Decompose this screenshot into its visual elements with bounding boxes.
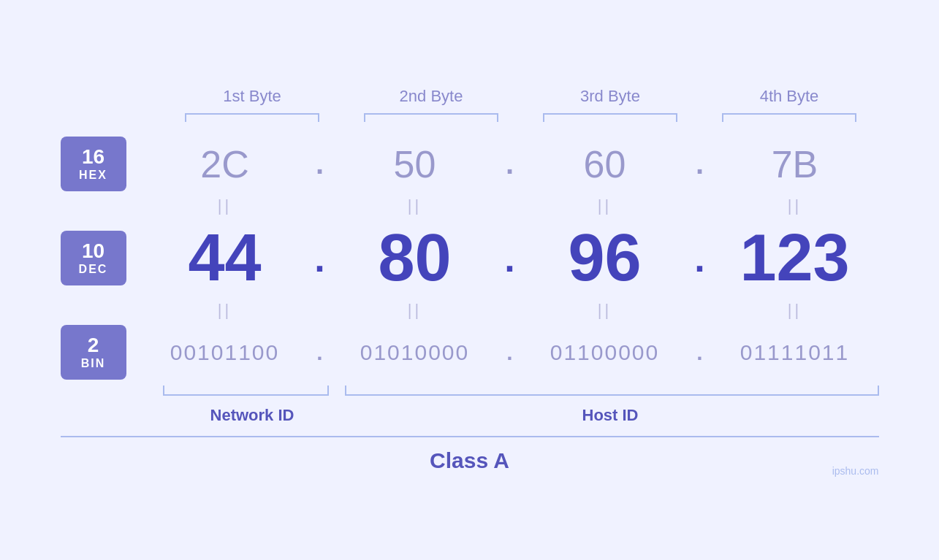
bin-values: 00101100 . 01010000 . 01100000 . 0111101… bbox=[141, 340, 879, 365]
dec-badge: 10 DEC bbox=[61, 231, 126, 285]
bracket-cell-1 bbox=[163, 113, 342, 122]
bin-b3: 01100000 bbox=[521, 340, 689, 365]
class-section: Class A bbox=[61, 436, 879, 473]
dec-b3: 96 bbox=[521, 220, 689, 296]
dot-dec-3: . bbox=[689, 237, 711, 280]
dot-dec-1: . bbox=[309, 237, 331, 280]
equals-cells-2: || || || || bbox=[141, 301, 879, 320]
class-label: Class A bbox=[430, 448, 509, 473]
eq2-cell-2: || bbox=[331, 301, 499, 320]
hex-b2: 50 bbox=[331, 142, 499, 186]
bracket-cell-2 bbox=[342, 113, 521, 122]
dot-bin-2: . bbox=[499, 340, 521, 365]
bracket-top-3 bbox=[543, 113, 677, 122]
eq2-cell-1: || bbox=[141, 301, 309, 320]
bracket-top-4 bbox=[722, 113, 856, 122]
top-brackets bbox=[163, 113, 879, 122]
hex-base-label: HEX bbox=[79, 169, 107, 182]
dot-bin-1: . bbox=[309, 340, 331, 365]
byte4-header: 4th Byte bbox=[700, 87, 879, 106]
hex-values: 2C . 50 . 60 . 7B bbox=[141, 142, 879, 186]
dec-b4: 123 bbox=[711, 220, 879, 296]
eq-cell-4: || bbox=[711, 196, 879, 215]
byte3-header: 3rd Byte bbox=[521, 87, 700, 106]
host-bracket bbox=[345, 386, 879, 396]
bottom-brackets-container bbox=[163, 386, 879, 400]
dot-hex-1: . bbox=[309, 147, 331, 180]
bin-b1: 00101100 bbox=[141, 340, 309, 365]
bin-base-label: BIN bbox=[81, 357, 106, 370]
bin-base-number: 2 bbox=[88, 334, 99, 357]
bracket-labels: Network ID Host ID bbox=[163, 406, 879, 425]
equals-cells-1: || || || || bbox=[141, 196, 879, 215]
hex-b3: 60 bbox=[521, 142, 689, 186]
dec-row: 10 DEC 44 . 80 . 96 . 123 bbox=[61, 220, 879, 296]
bracket-cell-3 bbox=[521, 113, 700, 122]
hex-b1: 2C bbox=[141, 142, 309, 186]
eq-cell-3: || bbox=[521, 196, 689, 215]
bracket-top-1 bbox=[185, 113, 319, 122]
dot-hex-2: . bbox=[499, 147, 521, 180]
network-bracket bbox=[163, 386, 329, 396]
host-id-label: Host ID bbox=[342, 406, 879, 425]
bottom-section: Network ID Host ID bbox=[163, 386, 879, 425]
eq2-cell-4: || bbox=[711, 301, 879, 320]
eq2-cell-3: || bbox=[521, 301, 689, 320]
bin-b2: 01010000 bbox=[331, 340, 499, 365]
dec-b1: 44 bbox=[141, 220, 309, 296]
network-id-label: Network ID bbox=[163, 406, 342, 425]
dec-values: 44 . 80 . 96 . 123 bbox=[141, 220, 879, 296]
bin-row: 2 BIN 00101100 . 01010000 . 01100000 . 0… bbox=[61, 325, 879, 380]
byte-headers-row: 1st Byte 2nd Byte 3rd Byte 4th Byte bbox=[163, 87, 879, 106]
eq-cell-2: || bbox=[331, 196, 499, 215]
dot-hex-3: . bbox=[689, 147, 711, 180]
eq-cell-1: || bbox=[141, 196, 309, 215]
dot-bin-3: . bbox=[689, 340, 711, 365]
hex-badge: 16 HEX bbox=[61, 137, 126, 191]
dec-base-number: 10 bbox=[82, 240, 104, 263]
hex-b4: 7B bbox=[711, 142, 879, 186]
equals-row-1: || || || || bbox=[141, 191, 879, 220]
equals-row-2: || || || || bbox=[141, 296, 879, 325]
byte1-header: 1st Byte bbox=[163, 87, 342, 106]
bin-badge: 2 BIN bbox=[61, 325, 126, 380]
bin-b4: 01111011 bbox=[711, 340, 879, 365]
dec-base-label: DEC bbox=[79, 263, 108, 276]
dot-dec-2: . bbox=[499, 237, 521, 280]
byte2-header: 2nd Byte bbox=[342, 87, 521, 106]
bracket-top-2 bbox=[364, 113, 498, 122]
watermark: ipshu.com bbox=[832, 465, 879, 477]
hex-base-number: 16 bbox=[82, 146, 104, 169]
dec-b2: 80 bbox=[331, 220, 499, 296]
hex-row: 16 HEX 2C . 50 . 60 . 7B bbox=[61, 137, 879, 191]
bracket-cell-4 bbox=[700, 113, 879, 122]
